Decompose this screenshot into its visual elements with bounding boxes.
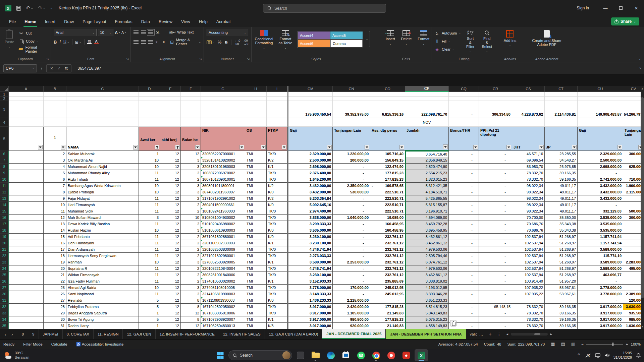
cell-B19[interactable]: 15 [44, 234, 66, 240]
header-cell-A5[interactable] [9, 127, 44, 151]
filter-dropdown-button[interactable] [133, 145, 138, 149]
filter-active-button[interactable] [155, 145, 159, 149]
header-cell-G5[interactable]: NIK [201, 127, 245, 151]
cell-E8[interactable]: 12 [160, 164, 181, 170]
cell-G20[interactable]: 3201160502930003 [201, 240, 245, 246]
cell-B8[interactable]: 4 [44, 164, 66, 170]
cell-CM18[interactable]: 3.535.000,00 [288, 227, 333, 234]
cell-CM30[interactable]: 3.148.333,33 [288, 291, 333, 297]
cell-CT32[interactable]: 39.166,35 [545, 304, 578, 310]
zoom-slider-thumb[interactable] [612, 343, 613, 346]
excel-app-icon[interactable]: x [5, 5, 11, 11]
cell-I3[interactable] [267, 101, 287, 118]
style-accent6[interactable]: Accent6 [298, 40, 330, 47]
cell-A27[interactable] [9, 285, 44, 291]
filter-dropdown-button[interactable] [618, 145, 622, 149]
cell-CP1[interactable] [405, 92, 449, 97]
row-header-14[interactable]: 14 [0, 202, 9, 208]
horizontal-scroll-thumb[interactable] [534, 333, 540, 335]
cell-F27[interactable]: 3 [181, 285, 201, 291]
cell-CR13[interactable]: - [479, 195, 512, 202]
cell-CM14[interactable]: 5.092.645,16 [288, 202, 333, 208]
cell-CP24[interactable]: 4.979.503,06 [405, 265, 449, 272]
row-header-3[interactable]: 3 [0, 101, 9, 118]
cell-H19[interactable]: TMI [245, 234, 267, 240]
status-accessibility-investigate[interactable]: ♿ Accessibility: Investigate [76, 342, 124, 347]
cell-CN35[interactable]: 920.000,00 [333, 323, 370, 329]
cell-CT3[interactable]: 2.114.436,81 [545, 101, 578, 118]
cell-CP34[interactable]: 5.075.315,23 [405, 316, 449, 323]
cell-E33[interactable]: 12 [160, 310, 181, 316]
cell-A17[interactable] [9, 221, 44, 227]
cell-CT31[interactable]: - [545, 297, 578, 304]
cell-B9[interactable]: 5 [44, 170, 66, 176]
cell-CP10[interactable]: 1.823.015,23 [405, 176, 449, 183]
cell-CP33[interactable]: 5.043.149,83 [405, 310, 449, 316]
cell-CU22[interactable]: 115.774,19 [578, 253, 623, 259]
cell-H14[interactable]: TMI [245, 202, 267, 208]
cell-F10[interactable]: 2 [181, 176, 201, 183]
cell-CM8[interactable]: 2.698.000,00 [288, 164, 333, 170]
filter-dropdown-button[interactable] [282, 145, 286, 149]
cell-CQ10[interactable]: - [449, 176, 479, 183]
cell-CM27[interactable]: 3.778.000,00 [288, 285, 333, 291]
taskbar-app-adobe[interactable]: ◆ [399, 349, 413, 361]
cell-CN30[interactable]: - [333, 291, 370, 297]
cell-G34[interactable]: 1671072908920007 [201, 316, 245, 323]
cell-E27[interactable]: 12 [160, 285, 181, 291]
cell-CM16[interactable]: 3.535.000,00 [288, 215, 333, 221]
cell-CU26[interactable]: - [578, 278, 623, 285]
cell-A18[interactable] [9, 227, 44, 234]
cell-D2[interactable] [139, 97, 160, 101]
sheet-tab-jan-desember-pph-setahun-fina[interactable]: JAN - DESEMBER PPH SETAHUN FINA [386, 329, 466, 339]
cell-CN8[interactable]: - [333, 164, 370, 170]
cell-CU21[interactable]: 3.589.000,00 [578, 246, 623, 253]
taskbar-app-chrome[interactable] [369, 349, 383, 361]
cell-E15[interactable]: 12 [160, 208, 181, 215]
header-cell-CU5[interactable]: Gaji [578, 127, 623, 151]
cell-E2[interactable] [160, 97, 181, 101]
cell-C30[interactable]: Santi Nopitasari [66, 291, 139, 297]
search-box[interactable]: Search [263, 4, 386, 13]
menu-tab-draw[interactable]: Draw [60, 17, 78, 27]
cell-F12[interactable]: 3 [181, 189, 201, 195]
cell-CR15[interactable]: - [479, 208, 512, 215]
cell-I17[interactable]: TK/0 [267, 221, 287, 227]
cell-H35[interactable]: TMI [245, 323, 267, 329]
header-cell-CM5[interactable]: Gaji [288, 127, 333, 151]
cell-B14[interactable]: 10 [44, 202, 66, 208]
cell-CP9[interactable]: 2.554.215,23 [405, 170, 449, 176]
filter-dropdown-button[interactable] [473, 145, 478, 149]
fill-button[interactable]: ⇩Fill⌄ [434, 38, 461, 45]
cell-CU4[interactable] [578, 118, 623, 127]
cell-CS22[interactable]: 102.537,94 [512, 253, 545, 259]
cell-CT34[interactable]: 39.166,35 [545, 316, 578, 323]
cell-C21[interactable]: Dian Ardiansyah [66, 246, 139, 253]
col-header-CN[interactable]: CN [333, 86, 370, 92]
cell-B17[interactable]: 13 [44, 221, 66, 227]
cell-B13[interactable]: 9 [44, 195, 66, 202]
cell-CT4[interactable] [545, 118, 578, 127]
pen-disabled-icon[interactable]: ✎ [585, 353, 591, 358]
cell-CR30[interactable]: - [479, 291, 512, 297]
cell-CU8[interactable]: 2.698.000,00 [578, 164, 623, 170]
cell-A30[interactable] [9, 291, 44, 297]
cell-C31[interactable]: Reynaldi [66, 297, 139, 304]
cell-F18[interactable]: 3 [181, 227, 201, 234]
cell-H17[interactable]: TMI [245, 221, 267, 227]
header-cell-CR5[interactable]: PPh Psl 21 dipotong [479, 127, 512, 151]
cell-CU23[interactable]: 3.589.000,00 [578, 259, 623, 265]
cell-CS11[interactable]: 98.022,34 [512, 183, 545, 189]
col-header-CP[interactable]: CP [405, 86, 449, 92]
cell-A34[interactable] [9, 316, 44, 323]
menu-tab-review[interactable]: Review [154, 17, 177, 27]
cell-G31[interactable]: 1671110801930003 [201, 297, 245, 304]
row-header-25[interactable]: 25 [0, 272, 9, 278]
normal-view-button[interactable]: ▦ [551, 342, 555, 347]
cell-CP27[interactable]: 4.193.012,95 [405, 285, 449, 291]
cell-I16[interactable]: TK/0 [267, 215, 287, 221]
cell-G4[interactable] [201, 118, 245, 127]
cell-CS23[interactable]: 102.537,94 [512, 259, 545, 265]
font-family-combo[interactable]: Arial⌄ [54, 29, 97, 36]
cell-C13[interactable]: Fajar Hidayat [66, 195, 139, 202]
